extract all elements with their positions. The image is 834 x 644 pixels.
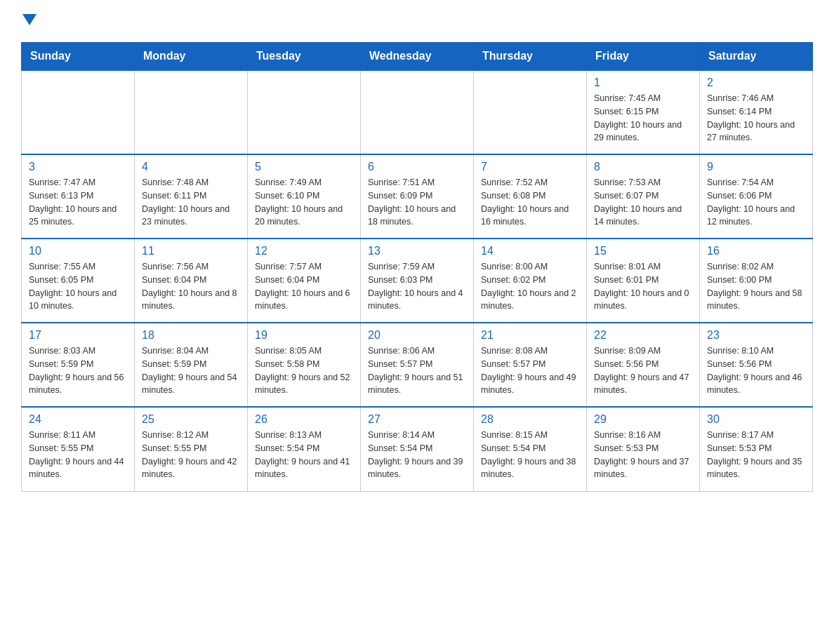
day-of-week-header: Saturday <box>700 43 813 71</box>
calendar-day-cell: 25Sunrise: 8:12 AMSunset: 5:55 PMDayligh… <box>135 407 248 491</box>
day-info: Sunrise: 8:11 AMSunset: 5:55 PMDaylight:… <box>29 429 127 481</box>
day-number: 12 <box>255 245 353 257</box>
day-info: Sunrise: 8:16 AMSunset: 5:53 PMDaylight:… <box>594 429 692 481</box>
calendar-day-cell: 20Sunrise: 8:06 AMSunset: 5:57 PMDayligh… <box>361 323 474 407</box>
day-number: 13 <box>368 245 466 257</box>
calendar-day-cell: 26Sunrise: 8:13 AMSunset: 5:54 PMDayligh… <box>248 407 361 491</box>
day-info: Sunrise: 8:09 AMSunset: 5:56 PMDaylight:… <box>594 344 692 397</box>
calendar-day-cell <box>22 70 135 154</box>
day-of-week-header: Wednesday <box>361 43 474 71</box>
day-info: Sunrise: 8:08 AMSunset: 5:57 PMDaylight:… <box>481 344 579 397</box>
calendar-day-cell: 13Sunrise: 7:59 AMSunset: 6:03 PMDayligh… <box>361 239 474 323</box>
day-number: 20 <box>368 329 466 342</box>
day-number: 19 <box>255 329 353 342</box>
day-info: Sunrise: 7:59 AMSunset: 6:03 PMDaylight:… <box>368 260 466 313</box>
calendar-table: SundayMondayTuesdayWednesdayThursdayFrid… <box>21 42 813 492</box>
day-info: Sunrise: 7:46 AMSunset: 6:14 PMDaylight:… <box>707 92 805 145</box>
day-number: 15 <box>594 245 692 257</box>
calendar-day-cell: 27Sunrise: 8:14 AMSunset: 5:54 PMDayligh… <box>361 407 474 491</box>
day-info: Sunrise: 7:51 AMSunset: 6:09 PMDaylight:… <box>368 176 466 229</box>
day-number: 5 <box>255 161 353 173</box>
calendar-day-cell: 12Sunrise: 7:57 AMSunset: 6:04 PMDayligh… <box>248 239 361 323</box>
calendar-day-cell: 22Sunrise: 8:09 AMSunset: 5:56 PMDayligh… <box>587 323 700 407</box>
day-info: Sunrise: 8:12 AMSunset: 5:55 PMDaylight:… <box>142 429 240 481</box>
calendar-day-cell <box>361 70 474 154</box>
calendar-day-cell: 30Sunrise: 8:17 AMSunset: 5:53 PMDayligh… <box>700 407 813 491</box>
calendar-day-cell: 3Sunrise: 7:47 AMSunset: 6:13 PMDaylight… <box>22 154 135 239</box>
day-info: Sunrise: 8:05 AMSunset: 5:58 PMDaylight:… <box>255 344 353 397</box>
day-number: 4 <box>142 161 240 173</box>
day-number: 3 <box>29 161 127 173</box>
day-info: Sunrise: 7:48 AMSunset: 6:11 PMDaylight:… <box>142 176 240 229</box>
day-number: 18 <box>142 329 240 342</box>
day-of-week-header: Monday <box>135 43 248 71</box>
day-info: Sunrise: 8:10 AMSunset: 5:56 PMDaylight:… <box>707 344 805 397</box>
calendar-day-cell: 7Sunrise: 7:52 AMSunset: 6:08 PMDaylight… <box>474 154 587 239</box>
day-number: 22 <box>594 329 692 342</box>
day-number: 17 <box>29 329 127 342</box>
day-info: Sunrise: 8:06 AMSunset: 5:57 PMDaylight:… <box>368 344 466 397</box>
calendar-day-cell: 28Sunrise: 8:15 AMSunset: 5:54 PMDayligh… <box>474 407 587 491</box>
calendar-header-row: SundayMondayTuesdayWednesdayThursdayFrid… <box>22 43 813 71</box>
calendar-day-cell: 2Sunrise: 7:46 AMSunset: 6:14 PMDaylight… <box>700 70 813 154</box>
day-info: Sunrise: 7:47 AMSunset: 6:13 PMDaylight:… <box>29 176 127 229</box>
calendar-day-cell: 11Sunrise: 7:56 AMSunset: 6:04 PMDayligh… <box>135 239 248 323</box>
calendar-day-cell: 5Sunrise: 7:49 AMSunset: 6:10 PMDaylight… <box>248 154 361 239</box>
calendar-day-cell: 29Sunrise: 8:16 AMSunset: 5:53 PMDayligh… <box>587 407 700 491</box>
calendar-day-cell: 21Sunrise: 8:08 AMSunset: 5:57 PMDayligh… <box>474 323 587 407</box>
day-info: Sunrise: 7:57 AMSunset: 6:04 PMDaylight:… <box>255 260 353 313</box>
day-of-week-header: Tuesday <box>248 43 361 71</box>
page-header <box>21 14 813 28</box>
day-info: Sunrise: 8:00 AMSunset: 6:02 PMDaylight:… <box>481 260 579 313</box>
day-info: Sunrise: 7:45 AMSunset: 6:15 PMDaylight:… <box>594 92 692 145</box>
day-number: 9 <box>707 161 805 173</box>
day-info: Sunrise: 8:14 AMSunset: 5:54 PMDaylight:… <box>368 429 466 481</box>
day-info: Sunrise: 8:04 AMSunset: 5:59 PMDaylight:… <box>142 344 240 397</box>
day-number: 7 <box>481 161 579 173</box>
calendar-day-cell: 10Sunrise: 7:55 AMSunset: 6:05 PMDayligh… <box>22 239 135 323</box>
calendar-day-cell <box>135 70 248 154</box>
day-info: Sunrise: 7:56 AMSunset: 6:04 PMDaylight:… <box>142 260 240 313</box>
day-number: 26 <box>255 413 353 426</box>
day-info: Sunrise: 7:52 AMSunset: 6:08 PMDaylight:… <box>481 176 579 229</box>
calendar-day-cell: 23Sunrise: 8:10 AMSunset: 5:56 PMDayligh… <box>700 323 813 407</box>
day-info: Sunrise: 7:49 AMSunset: 6:10 PMDaylight:… <box>255 176 353 229</box>
calendar-day-cell: 17Sunrise: 8:03 AMSunset: 5:59 PMDayligh… <box>22 323 135 407</box>
day-number: 16 <box>707 245 805 257</box>
calendar-day-cell: 18Sunrise: 8:04 AMSunset: 5:59 PMDayligh… <box>135 323 248 407</box>
day-number: 23 <box>707 329 805 342</box>
calendar-day-cell: 1Sunrise: 7:45 AMSunset: 6:15 PMDaylight… <box>587 70 700 154</box>
day-number: 25 <box>142 413 240 426</box>
day-number: 30 <box>707 413 805 426</box>
day-number: 14 <box>481 245 579 257</box>
calendar-day-cell: 6Sunrise: 7:51 AMSunset: 6:09 PMDaylight… <box>361 154 474 239</box>
day-info: Sunrise: 7:53 AMSunset: 6:07 PMDaylight:… <box>594 176 692 229</box>
day-info: Sunrise: 8:15 AMSunset: 5:54 PMDaylight:… <box>481 429 579 481</box>
calendar-day-cell: 16Sunrise: 8:02 AMSunset: 6:00 PMDayligh… <box>700 239 813 323</box>
day-number: 29 <box>594 413 692 426</box>
day-of-week-header: Sunday <box>22 43 135 71</box>
day-of-week-header: Thursday <box>474 43 587 71</box>
day-number: 24 <box>29 413 127 426</box>
logo-triangle-icon <box>22 14 37 25</box>
day-number: 21 <box>481 329 579 342</box>
calendar-day-cell: 14Sunrise: 8:00 AMSunset: 6:02 PMDayligh… <box>474 239 587 323</box>
calendar-day-cell: 4Sunrise: 7:48 AMSunset: 6:11 PMDaylight… <box>135 154 248 239</box>
day-info: Sunrise: 8:03 AMSunset: 5:59 PMDaylight:… <box>29 344 127 397</box>
day-of-week-header: Friday <box>587 43 700 71</box>
day-info: Sunrise: 8:17 AMSunset: 5:53 PMDaylight:… <box>707 429 805 481</box>
day-number: 28 <box>481 413 579 426</box>
calendar-day-cell: 9Sunrise: 7:54 AMSunset: 6:06 PMDaylight… <box>700 154 813 239</box>
calendar-day-cell <box>474 70 587 154</box>
calendar-week-row: 24Sunrise: 8:11 AMSunset: 5:55 PMDayligh… <box>22 407 813 491</box>
day-info: Sunrise: 8:13 AMSunset: 5:54 PMDaylight:… <box>255 429 353 481</box>
day-number: 1 <box>594 76 692 89</box>
day-number: 6 <box>368 161 466 173</box>
day-info: Sunrise: 8:01 AMSunset: 6:01 PMDaylight:… <box>594 260 692 313</box>
day-number: 2 <box>707 76 805 89</box>
calendar-week-row: 17Sunrise: 8:03 AMSunset: 5:59 PMDayligh… <box>22 323 813 407</box>
day-info: Sunrise: 7:55 AMSunset: 6:05 PMDaylight:… <box>29 260 127 313</box>
day-number: 27 <box>368 413 466 426</box>
calendar-day-cell: 15Sunrise: 8:01 AMSunset: 6:01 PMDayligh… <box>587 239 700 323</box>
calendar-day-cell: 19Sunrise: 8:05 AMSunset: 5:58 PMDayligh… <box>248 323 361 407</box>
